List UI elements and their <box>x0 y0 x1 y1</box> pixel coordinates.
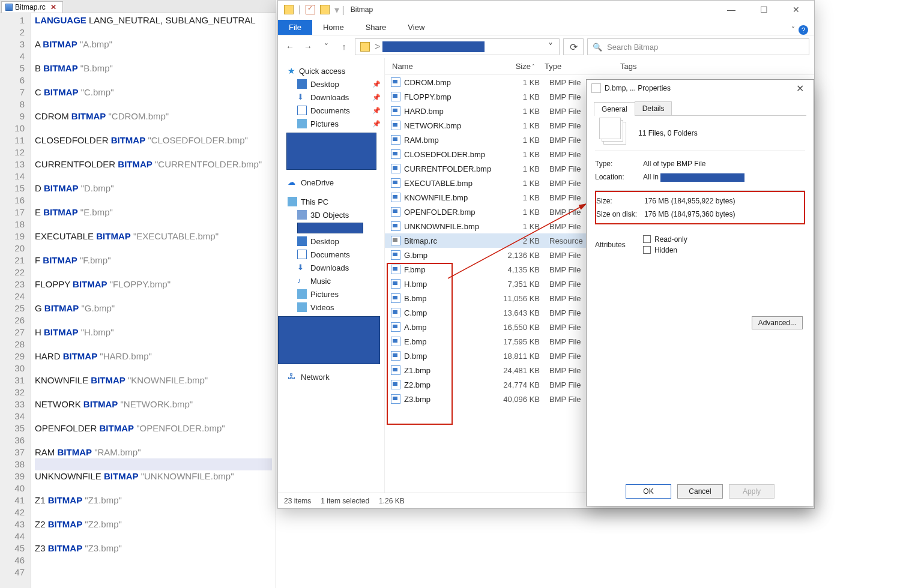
cancel-button[interactable]: Cancel <box>677 484 723 499</box>
file-size: 16,550 KB <box>495 323 545 332</box>
file-icon <box>591 83 601 93</box>
ribbon-expand[interactable]: ˅? <box>785 25 814 35</box>
close-tab-icon[interactable]: ✕ <box>50 3 56 11</box>
label-location: Location: <box>595 173 643 181</box>
status-item-count: 23 items <box>284 497 311 505</box>
checkbox-icon <box>643 235 651 243</box>
nav-forward-button[interactable]: → <box>301 40 315 54</box>
label-size: Size: <box>596 197 644 205</box>
sidebar-item-desktop[interactable]: Desktop📌 <box>286 77 384 91</box>
sidebar-item-desktop-pc[interactable]: Desktop <box>286 235 384 248</box>
editor-tabbar: Bitmap.rc ✕ <box>0 0 276 13</box>
file-name: Z3.bmp <box>404 395 495 404</box>
advanced-button[interactable]: Advanced... <box>752 316 803 329</box>
folder-icon <box>320 5 330 14</box>
tab-general[interactable]: General <box>594 102 635 116</box>
file-name: A.bmp <box>404 323 495 332</box>
nav-recent-button[interactable]: ˅ <box>319 40 333 54</box>
nav-back-button[interactable]: ← <box>283 40 297 54</box>
file-size: 18,811 KB <box>495 352 545 361</box>
file-icon <box>391 265 400 274</box>
close-button[interactable]: ✕ <box>785 3 807 16</box>
file-icon <box>391 337 400 346</box>
window-title: Bitmap <box>347 5 720 14</box>
sidebar-item-music[interactable]: ♪Music <box>286 274 384 287</box>
file-icon <box>391 322 400 332</box>
address-dropdown-icon[interactable]: ˅ <box>545 41 557 53</box>
refresh-button[interactable]: ⟳ <box>563 38 584 55</box>
nav-up-button[interactable]: ↑ <box>337 40 351 54</box>
picture-icon <box>297 119 307 128</box>
file-name: UNKNOWNFILE.bmp <box>404 222 495 231</box>
file-size: 13,643 KB <box>495 308 545 317</box>
file-name: RAM.bmp <box>404 136 495 145</box>
desktop-icon <box>297 236 307 246</box>
ribbon-tab-share[interactable]: Share <box>355 20 397 35</box>
file-icon <box>391 193 400 202</box>
col-header-size[interactable]: Size˄ <box>491 62 540 71</box>
file-icon <box>5 4 13 11</box>
file-size: 40,096 KB <box>495 395 545 404</box>
tab-details[interactable]: Details <box>635 101 672 115</box>
code-area[interactable]: 1234567891011121314151617181920212223242… <box>0 13 276 588</box>
cloud-icon: ☁ <box>288 178 297 187</box>
file-size: 2 KB <box>495 236 545 245</box>
apply-button[interactable]: Apply <box>729 484 775 499</box>
file-name: OPENFOLDER.bmp <box>404 208 495 217</box>
column-headers[interactable]: Name Size˄ Type Tags <box>385 58 814 75</box>
properties-titlebar[interactable]: D.bmp, ... Properties ✕ <box>587 80 814 97</box>
sidebar-item-this-pc[interactable]: This PC <box>286 195 384 208</box>
ribbon-tab-view[interactable]: View <box>397 20 435 35</box>
ribbon-tab-home[interactable]: Home <box>312 20 355 35</box>
file-icon <box>391 164 400 173</box>
nav-row: ← → ˅ ↑ > ˅ ⟳ 🔍 Search Bitmap <box>278 35 814 58</box>
editor-tab-bitmap-rc[interactable]: Bitmap.rc ✕ <box>1 1 63 13</box>
sidebar-item-videos[interactable]: Videos <box>286 301 384 314</box>
sidebar-item-pictures[interactable]: Pictures📌 <box>286 117 384 130</box>
col-header-tags[interactable]: Tags <box>615 62 814 71</box>
file-size: 1 KB <box>495 150 545 159</box>
sidebar-nav[interactable]: ★Quick access Desktop📌 ⬇Downloads📌 Docum… <box>278 58 385 493</box>
label-size-on-disk: Size on disk: <box>596 210 644 218</box>
close-button[interactable]: ✕ <box>791 83 809 94</box>
minimize-button[interactable]: — <box>720 3 742 16</box>
sidebar-item-downloads[interactable]: ⬇Downloads📌 <box>286 91 384 104</box>
code-content[interactable]: LANGUAGE LANG_NEUTRAL, SUBLANG_NEUTRAL A… <box>31 13 276 588</box>
folder-icon <box>284 5 294 14</box>
help-icon[interactable]: ? <box>799 25 808 35</box>
picture-icon <box>297 289 307 299</box>
sidebar-item-documents[interactable]: Documents📌 <box>286 104 384 117</box>
file-size: 1 KB <box>495 193 545 202</box>
properties-title: D.bmp, ... Properties <box>605 84 791 92</box>
col-header-name[interactable]: Name <box>385 62 491 71</box>
sidebar-item-quick-access[interactable]: ★Quick access <box>286 64 384 77</box>
sidebar-item-onedrive[interactable]: ☁OneDrive <box>286 176 384 189</box>
maximize-button[interactable]: ☐ <box>753 3 775 16</box>
ok-button[interactable]: OK <box>626 484 671 499</box>
file-name: CLOSEDFOLDER.bmp <box>404 150 495 159</box>
sidebar-item-downloads-pc[interactable]: ⬇Downloads <box>286 261 384 274</box>
sidebar-item-pictures-pc[interactable]: Pictures <box>286 287 384 301</box>
checkbox-readonly[interactable]: Read-only <box>643 235 805 244</box>
file-size: 1 KB <box>495 208 545 217</box>
file-name: NETWORK.bmp <box>404 121 495 130</box>
sidebar-item-documents-pc[interactable]: Documents <box>286 248 384 261</box>
explorer-titlebar[interactable]: | ▾ | Bitmap — ☐ ✕ <box>278 1 814 19</box>
search-input[interactable]: 🔍 Search Bitmap <box>587 38 809 55</box>
file-name: H.bmp <box>404 280 495 289</box>
file-size: 24,481 KB <box>495 366 545 375</box>
col-header-type[interactable]: Type <box>540 62 615 71</box>
file-size: 1 KB <box>495 164 545 173</box>
ribbon-tab-file[interactable]: File <box>278 20 312 35</box>
file-icon <box>391 279 400 289</box>
sidebar-item-3d-objects[interactable]: 3D Objects <box>286 208 384 221</box>
address-bar[interactable]: > ˅ <box>355 38 560 55</box>
video-icon <box>297 302 307 312</box>
file-icon <box>391 178 400 188</box>
file-icon <box>391 293 400 303</box>
pin-icon: 📌 <box>372 80 381 88</box>
file-icon <box>391 149 400 159</box>
file-name: EXECUTABLE.bmp <box>404 179 495 188</box>
checkbox-hidden[interactable]: Hidden <box>643 246 805 254</box>
sidebar-item-network[interactable]: 🖧Network <box>286 370 384 383</box>
